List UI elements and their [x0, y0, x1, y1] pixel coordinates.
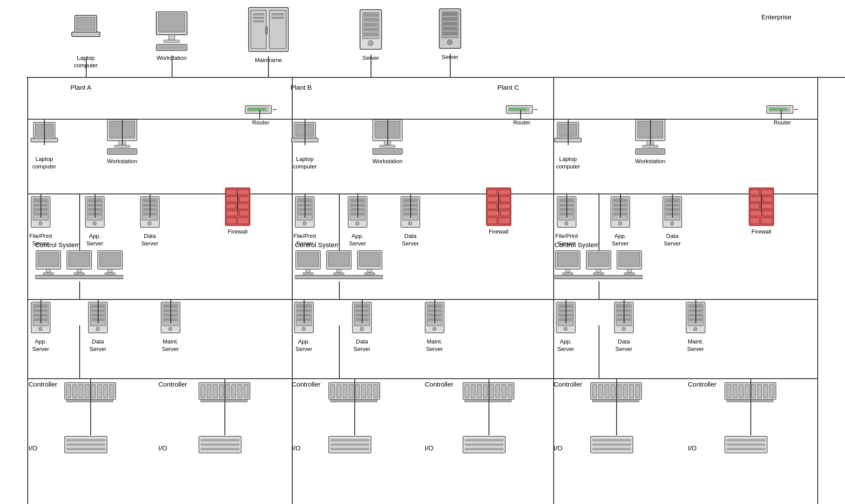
svg-rect-24 [364, 33, 378, 36]
v-pa-router [259, 110, 260, 120]
svg-rect-354 [727, 448, 765, 450]
plant-c-bus3 [553, 299, 818, 300]
v-pc-control [599, 194, 599, 251]
svg-rect-320 [592, 399, 639, 402]
plant-c-io1 [590, 435, 634, 455]
svg-point-157 [670, 222, 674, 225]
plant-c-controller1-label: Controller [554, 380, 582, 388]
plant-b-io1-label: I/O [292, 444, 301, 452]
svg-rect-319 [636, 384, 640, 398]
svg-rect-188 [337, 269, 341, 273]
plant-b-controller2-label: Controller [425, 380, 453, 388]
svg-rect-12 [265, 26, 268, 34]
plant-b-controller1-label: Controller [292, 380, 320, 388]
enterprise-bus [26, 77, 845, 78]
svg-rect-196 [557, 252, 578, 267]
svg-point-93 [148, 222, 151, 225]
v-pc-ctrl-bus3 [599, 281, 599, 300]
plant-a-data-label: DataServer [141, 233, 158, 248]
svg-rect-204 [619, 252, 640, 267]
plant-b-app-lower-label: App.Server [295, 338, 312, 353]
svg-rect-294 [343, 384, 347, 398]
svg-rect-300 [331, 399, 377, 402]
svg-rect-163 [750, 204, 760, 209]
svg-rect-338 [201, 448, 239, 450]
plant-c-control-system [555, 250, 643, 281]
svg-rect-132 [499, 204, 510, 209]
svg-rect-21 [364, 18, 378, 22]
plant-a-io1 [64, 435, 108, 455]
v-pa-app-lower [40, 299, 41, 323]
svg-rect-104 [238, 218, 249, 224]
v-pb-router [520, 110, 521, 120]
svg-rect-128 [499, 190, 510, 195]
svg-rect-68 [637, 150, 663, 153]
v-pc-maint [695, 299, 696, 323]
plant-c-app-label: App.Server [612, 233, 628, 248]
svg-rect-15 [253, 20, 264, 22]
plant-b-control-label: Control System [295, 241, 340, 248]
svg-rect-171 [46, 269, 51, 273]
svg-rect-307 [496, 384, 500, 398]
plant-a-router-label: Router [252, 119, 269, 127]
svg-rect-298 [367, 384, 372, 398]
v-pa-io2 [224, 400, 225, 435]
svg-rect-296 [355, 384, 360, 398]
svg-rect-166 [763, 211, 773, 216]
svg-rect-20 [364, 13, 378, 17]
svg-rect-337 [201, 443, 239, 446]
svg-rect-66 [643, 145, 658, 147]
v-pb-app [357, 194, 358, 218]
svg-rect-189 [334, 273, 344, 274]
plant-b-io2-label: I/O [425, 444, 434, 452]
svg-rect-31 [443, 27, 457, 30]
plant-b-io2 [462, 435, 506, 455]
svg-rect-325 [745, 384, 749, 398]
plant-a-maint-label: Maint.Server [162, 338, 179, 353]
svg-point-86 [93, 222, 96, 225]
v-pa-data-lower [98, 299, 99, 323]
svg-rect-2 [72, 32, 100, 37]
plant-a-data-lower-label: DataServer [89, 338, 106, 353]
svg-rect-71 [769, 108, 787, 110]
svg-rect-183 [298, 252, 319, 267]
svg-point-221 [96, 327, 99, 331]
svg-rect-127 [487, 190, 497, 195]
svg-rect-10 [251, 10, 266, 49]
svg-point-25 [368, 40, 373, 46]
svg-rect-32 [443, 32, 457, 35]
svg-rect-313 [599, 384, 603, 398]
plant-a-io2-label: I/O [158, 444, 167, 452]
svg-rect-191 [359, 252, 380, 267]
plant-b-data-label: DataServer [402, 233, 419, 248]
svg-rect-297 [361, 384, 366, 398]
plant-a-workstation-label: Workstation [107, 158, 137, 165]
svg-rect-164 [761, 204, 773, 209]
svg-rect-309 [508, 384, 512, 398]
svg-rect-42 [109, 150, 135, 153]
plant-a-label: Plant A [70, 84, 92, 91]
plant-c-router-label: Router [774, 119, 791, 127]
svg-rect-22 [364, 23, 378, 26]
svg-rect-316 [617, 384, 621, 398]
svg-rect-30 [443, 22, 457, 26]
svg-rect-340 [331, 439, 369, 442]
svg-point-256 [564, 327, 567, 331]
svg-rect-161 [750, 197, 761, 202]
svg-rect-345 [465, 443, 503, 446]
svg-rect-272 [66, 384, 71, 398]
plant-c-router: Router [766, 102, 799, 127]
v-pc-ctrl1 [616, 378, 617, 400]
svg-rect-329 [770, 384, 774, 398]
v-pc-bus34 [599, 325, 599, 379]
svg-rect-192 [367, 269, 372, 273]
v-enterprise-laptop [86, 57, 87, 78]
plant-b-workstation-label: Workstation [372, 158, 402, 165]
svg-rect-305 [483, 384, 488, 398]
svg-rect-167 [750, 218, 760, 224]
svg-rect-299 [374, 384, 378, 398]
svg-rect-332 [66, 439, 105, 442]
svg-rect-40 [114, 145, 130, 147]
plant-c-io2 [724, 435, 768, 455]
plant-b-data-lower-label: DataServer [353, 338, 370, 353]
